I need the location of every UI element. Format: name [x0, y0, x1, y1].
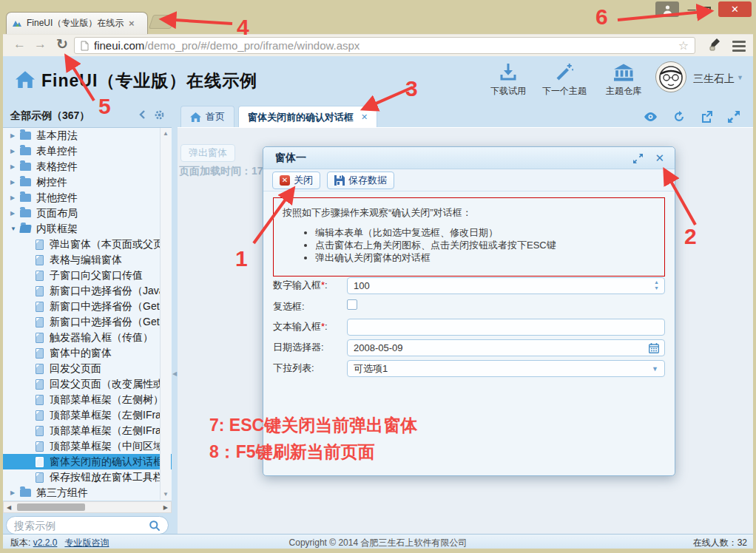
dialog-header[interactable]: 窗体一 ✕ — [263, 147, 675, 169]
next-theme-button[interactable]: 下一个主题 — [539, 64, 590, 98]
tree-item[interactable]: 顶部菜单框架（左侧IFra — [3, 407, 172, 423]
bookmark-star-icon[interactable]: ☆ — [678, 38, 689, 52]
file-icon — [36, 441, 44, 452]
chevron-down-icon[interactable]: ▼ — [652, 365, 658, 373]
tree-item[interactable]: 顶部菜单框架（左侧树） — [3, 392, 172, 407]
dropper-icon[interactable] — [707, 38, 720, 54]
splitter-collapse-icon[interactable]: ◀ — [172, 370, 177, 377]
minimize-button[interactable]: — — [684, 1, 699, 17]
instructions-heading: 按照如下步骤操作来观察“确认关闭”对话框： — [283, 206, 655, 220]
tree-item[interactable]: ▶表单控件 — [3, 143, 172, 159]
text-input[interactable] — [347, 319, 665, 336]
number-input-field[interactable] — [354, 280, 658, 291]
scroll-down-icon[interactable]: ▼ — [163, 491, 169, 498]
scrollbar-thumb[interactable] — [17, 503, 85, 511]
checkbox[interactable] — [347, 299, 357, 310]
spinner-icons[interactable]: ▲▼ — [654, 279, 659, 291]
back-button[interactable]: ← — [13, 37, 26, 52]
expand-icon[interactable] — [728, 111, 740, 123]
search-input[interactable] — [14, 520, 149, 532]
file-icon — [36, 302, 44, 312]
search-icon[interactable] — [149, 520, 161, 532]
tree-item[interactable]: 弹出窗体（本页面或父页 — [3, 237, 172, 252]
folder-icon — [20, 132, 31, 140]
folder-icon — [20, 178, 31, 186]
scroll-right-icon[interactable]: ▶ — [163, 504, 168, 511]
forward-button[interactable]: → — [34, 37, 47, 52]
profile-button[interactable] — [655, 1, 679, 17]
tree-item[interactable]: 回发父页面（改变属性或 — [3, 376, 172, 392]
file-icon — [36, 395, 44, 405]
maximize-button[interactable] — [700, 1, 715, 17]
tree-item[interactable]: 顶部菜单框架（左侧IFra — [3, 423, 172, 438]
tree-vertical-scrollbar[interactable]: ▲▼ — [160, 128, 171, 500]
tree-item[interactable]: 触发器输入框（传值） — [3, 330, 172, 345]
tree-item[interactable]: ▶其他控件 — [3, 190, 172, 206]
annotation-number-6: 6 — [595, 4, 608, 30]
refresh-icon[interactable] — [673, 111, 685, 123]
url-text: fineui.com/demo_pro/#/demo_pro/iframe/wi… — [94, 39, 673, 52]
url-bar[interactable]: fineui.com/demo_pro/#/demo_pro/iframe/wi… — [74, 37, 695, 54]
download-trial-button[interactable]: 下载试用 — [482, 64, 534, 98]
popup-window-button[interactable]: 弹出窗体 — [180, 144, 235, 162]
new-tab-button[interactable] — [149, 15, 175, 29]
dialog-maximize-icon[interactable] — [632, 153, 644, 164]
window-close-button[interactable]: ✕ — [718, 1, 752, 17]
date-picker[interactable] — [347, 339, 665, 356]
tree-item[interactable]: ▶基本用法 — [3, 128, 172, 143]
date-input-field[interactable] — [354, 342, 658, 353]
tree-item-expanded[interactable]: ▼内联框架 — [3, 221, 172, 237]
page-load-time: 页面加载时间：17: — [179, 165, 266, 178]
tree-item[interactable]: 保存按钮放在窗体工具栏 — [3, 469, 172, 485]
user-menu-caret-icon[interactable]: ▼ — [737, 74, 743, 81]
save-data-button[interactable]: 保存数据 — [327, 172, 394, 189]
user-name[interactable]: 三生石上 — [693, 72, 735, 86]
collapse-panel-icon[interactable] — [138, 109, 148, 120]
dropdown-value: 可选项1 — [354, 362, 388, 376]
tree-item[interactable]: 新窗口中选择省份（Geth — [3, 314, 172, 330]
app-header: FineUI（专业版）在线示例 下载试用 下一个主题 主题仓库 三生石上 ▼ — [3, 56, 753, 104]
browser-tab-title: FineUI（专业版）在线示 — [27, 17, 124, 30]
tree-item[interactable]: 表格与编辑窗体 — [3, 252, 172, 268]
gear-icon[interactable] — [154, 109, 165, 121]
dropdown-select[interactable]: 可选项1 ▼ — [347, 360, 665, 377]
refresh-button[interactable]: ↻ — [56, 35, 68, 52]
eye-icon[interactable] — [644, 112, 658, 121]
calendar-icon[interactable] — [649, 343, 659, 353]
menu-icon[interactable] — [732, 38, 746, 54]
tab-home[interactable]: 首页 — [180, 106, 234, 127]
avatar[interactable] — [655, 61, 686, 92]
scroll-left-icon[interactable]: ◀ — [7, 504, 11, 511]
tree-item[interactable]: ▶表格控件 — [3, 159, 172, 174]
dialog-title: 窗体一 — [275, 152, 306, 165]
tab-close-icon[interactable]: ✕ — [361, 112, 368, 122]
tree-item[interactable]: ▶第三方组件 — [3, 485, 172, 501]
tree-horizontal-scrollbar[interactable]: ◀▶ — [3, 501, 172, 513]
tree-item-selected[interactable]: 窗体关闭前的确认对话框 — [3, 454, 172, 469]
scroll-up-icon[interactable]: ▲ — [163, 130, 169, 137]
external-link-icon[interactable] — [701, 111, 712, 123]
home-icon[interactable] — [16, 71, 35, 88]
tree-item[interactable]: 窗体中的窗体 — [3, 345, 172, 361]
close-button[interactable]: ✕ 关闭 — [272, 172, 320, 189]
browser-tab-close-icon[interactable]: × — [129, 18, 135, 29]
browser-tab[interactable]: FineUI（专业版）在线示 × — [6, 12, 148, 34]
tree-item[interactable]: 新窗口中选择省份（Java — [3, 283, 172, 299]
tab-strip-tools — [644, 111, 740, 123]
text-input-field[interactable] — [354, 322, 658, 333]
open-folder-icon — [19, 225, 32, 233]
tree-item[interactable]: ▶页面布局 — [3, 206, 172, 221]
tree-item[interactable]: 新窗口中选择省份（Geth — [3, 299, 172, 314]
file-icon — [36, 379, 44, 390]
theme-store-button[interactable]: 主题仓库 — [598, 64, 649, 98]
tab-current[interactable]: 窗体关闭前的确认对话框 ✕ — [238, 106, 377, 128]
tree-item[interactable]: 回发父页面 — [3, 361, 172, 376]
red-x-icon: ✕ — [280, 175, 290, 186]
tree-item[interactable]: 顶部菜单框架（中间区域 — [3, 438, 172, 454]
tree-item[interactable]: ▶树控件 — [3, 174, 172, 190]
home-icon — [190, 112, 201, 122]
search-box[interactable] — [6, 516, 169, 535]
number-input[interactable]: ▲▼ — [347, 277, 665, 294]
dialog-close-icon[interactable]: ✕ — [655, 153, 664, 163]
tree-item[interactable]: 子窗口向父窗口传值 — [3, 268, 172, 283]
